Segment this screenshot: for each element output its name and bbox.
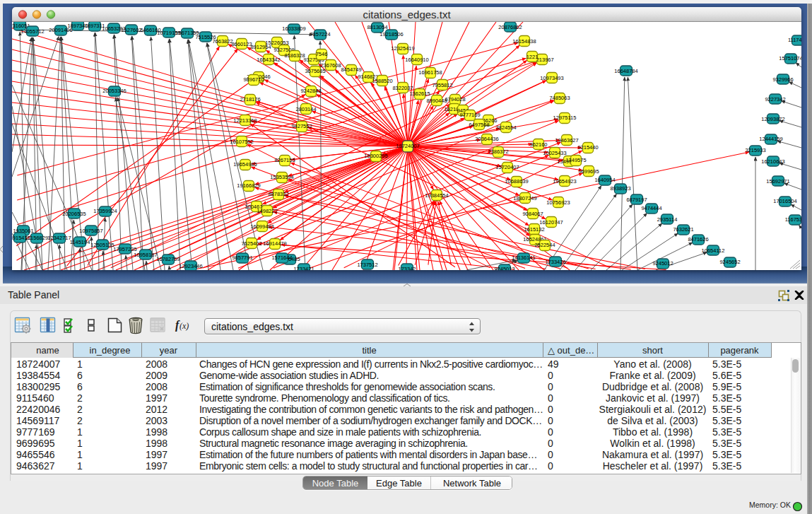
svg-text:17359924: 17359924 xyxy=(93,208,117,214)
svg-text:1362615: 1362615 xyxy=(409,90,430,97)
svg-text:9699695: 9699695 xyxy=(578,168,599,175)
svg-text:1145194: 1145194 xyxy=(70,239,90,245)
svg-text:10654112: 10654112 xyxy=(702,247,725,254)
svg-text:16914479: 16914479 xyxy=(263,240,286,247)
svg-text:18807249: 18807249 xyxy=(513,195,536,201)
svg-text:12093872: 12093872 xyxy=(761,116,784,122)
svg-text:16154838: 16154838 xyxy=(512,38,536,45)
svg-text:7857224: 7857224 xyxy=(310,31,330,37)
svg-text:19384554: 19384554 xyxy=(425,192,448,199)
svg-text:173342: 173342 xyxy=(398,266,416,270)
svg-text:1527602: 1527602 xyxy=(121,27,141,33)
svg-text:9227342: 9227342 xyxy=(765,96,785,103)
svg-text:19654923: 19654923 xyxy=(553,178,576,185)
svg-text:19166829: 19166829 xyxy=(237,182,260,189)
svg-text:1737512: 1737512 xyxy=(357,262,377,268)
svg-text:15692971: 15692971 xyxy=(766,178,789,185)
svg-text:19463627: 19463627 xyxy=(555,137,578,144)
svg-text:3215933: 3215933 xyxy=(745,147,765,153)
svg-text:6497568: 6497568 xyxy=(469,122,489,128)
svg-text:8990448: 8990448 xyxy=(426,98,447,104)
svg-text:8186328: 8186328 xyxy=(284,52,305,59)
svg-text:6794028: 6794028 xyxy=(445,96,465,103)
svg-text:1349575: 1349575 xyxy=(565,157,586,163)
svg-text:2522544: 2522544 xyxy=(534,242,555,248)
svg-text:6879197: 6879197 xyxy=(626,197,647,203)
svg-text:20053346: 20053346 xyxy=(102,88,126,94)
svg-text:16120747: 16120747 xyxy=(539,219,563,226)
svg-text:16107552: 16107552 xyxy=(230,139,253,145)
svg-text:7485063: 7485063 xyxy=(549,95,570,101)
svg-text:1571644: 1571644 xyxy=(271,255,292,261)
svg-text:16640910: 16640910 xyxy=(405,57,428,63)
svg-text:10975857: 10975857 xyxy=(79,228,102,234)
svg-text:8938923: 8938923 xyxy=(610,185,630,192)
svg-text:15353594: 15353594 xyxy=(270,174,293,180)
svg-text:(x): (x) xyxy=(180,321,189,331)
svg-text:9242848: 9242848 xyxy=(300,88,321,94)
svg-text:7955812: 7955812 xyxy=(432,82,452,88)
svg-text:9084067: 9084067 xyxy=(522,211,543,217)
svg-text:1615132: 1615132 xyxy=(524,226,544,233)
svg-text:16099483: 16099483 xyxy=(250,223,273,230)
svg-text:9245013: 9245013 xyxy=(494,266,514,270)
svg-text:17016504: 17016504 xyxy=(773,198,796,204)
svg-text:16782759: 16782759 xyxy=(156,256,180,262)
svg-text:3824554: 3824554 xyxy=(495,124,516,131)
svg-text:8660123: 8660123 xyxy=(231,41,252,47)
svg-text:15751074: 15751074 xyxy=(779,55,801,62)
svg-text:16961758: 16961758 xyxy=(418,69,442,76)
svg-text:18724007: 18724007 xyxy=(396,143,419,149)
svg-text:12444159: 12444159 xyxy=(759,136,782,142)
svg-text:9215440: 9215440 xyxy=(577,144,598,151)
svg-text:14055712: 14055712 xyxy=(20,28,44,35)
svg-text:16210643: 16210643 xyxy=(761,158,784,165)
svg-text:15720407: 15720407 xyxy=(495,164,519,170)
svg-text:12505135: 12505135 xyxy=(90,242,114,248)
svg-text:1733426: 1733426 xyxy=(545,259,565,265)
svg-text:8471626: 8471626 xyxy=(688,236,708,243)
svg-text:9245012: 9245012 xyxy=(652,260,673,267)
svg-text:2718176: 2718176 xyxy=(240,96,260,103)
svg-text:8267155: 8267155 xyxy=(274,157,295,163)
svg-text:10756923: 10756923 xyxy=(546,199,570,206)
svg-text:19654985: 19654985 xyxy=(233,161,257,168)
svg-text:12923446: 12923446 xyxy=(179,263,202,269)
svg-text:9474444: 9474444 xyxy=(641,205,661,211)
svg-text:12213369: 12213369 xyxy=(233,117,257,124)
svg-text:20364436: 20364436 xyxy=(475,136,498,142)
svg-text:18300295: 18300295 xyxy=(364,153,387,159)
svg-text:962160: 962160 xyxy=(529,141,547,148)
svg-text:7632621: 7632621 xyxy=(673,226,693,233)
svg-text:11156829: 11156829 xyxy=(25,235,48,241)
svg-text:12342717: 12342717 xyxy=(47,235,71,241)
svg-text:8878332: 8878332 xyxy=(268,191,288,197)
svg-text:7386372: 7386372 xyxy=(488,148,508,155)
svg-text:1221: 1221 xyxy=(526,54,539,60)
svg-text:10025433: 10025433 xyxy=(543,150,566,156)
svg-text:2935114: 2935114 xyxy=(657,216,678,223)
svg-text:9329966: 9329966 xyxy=(772,76,793,83)
svg-text:1498222: 1498222 xyxy=(257,208,277,214)
svg-text:8454749: 8454749 xyxy=(341,66,361,73)
svg-text:1588520: 1588520 xyxy=(372,78,392,84)
svg-text:14136141: 14136141 xyxy=(512,255,535,261)
svg-text:1167532: 1167532 xyxy=(785,216,801,223)
svg-text:2803144: 2803144 xyxy=(295,106,316,112)
svg-text:12325419: 12325419 xyxy=(391,45,414,52)
svg-text:7546: 7546 xyxy=(316,51,328,57)
svg-text:20876862: 20876862 xyxy=(498,24,522,30)
svg-text:1640954: 1640954 xyxy=(594,177,615,183)
svg-text:8813054: 8813054 xyxy=(367,24,387,30)
svg-text:12975115: 12975115 xyxy=(553,115,577,121)
svg-text:16648784: 16648784 xyxy=(614,68,637,74)
svg-text:10973493: 10973493 xyxy=(540,75,563,81)
svg-text:9245652: 9245652 xyxy=(719,259,740,265)
svg-text:16543342: 16543342 xyxy=(257,57,280,63)
svg-text:3675685: 3675685 xyxy=(305,68,325,74)
svg-text:7625402: 7625402 xyxy=(241,240,261,247)
svg-text:1733421: 1733421 xyxy=(293,266,314,270)
svg-text:9857791: 9857791 xyxy=(232,255,252,261)
svg-text:9427552: 9427552 xyxy=(291,123,312,129)
svg-text:1117448: 1117448 xyxy=(788,37,801,43)
